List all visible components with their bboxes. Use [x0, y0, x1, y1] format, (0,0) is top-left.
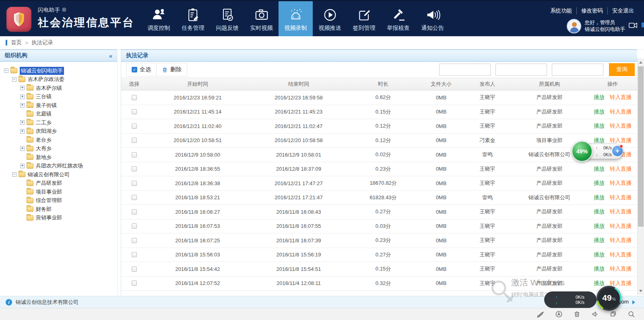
tree-node[interactable]: 综合管理部 [16, 196, 117, 205]
row-checkbox[interactable] [132, 238, 137, 243]
tree-node[interactable]: 项目事业部 [16, 188, 117, 196]
to-live-link[interactable]: 转入直播 [610, 265, 632, 273]
play-link[interactable]: 播放 [594, 122, 605, 130]
tree-node[interactable]: 财务部 [16, 205, 117, 214]
row-checkbox[interactable] [132, 95, 137, 100]
row-checkbox[interactable] [132, 223, 137, 229]
delete-button[interactable]: 删除 [156, 63, 187, 76]
nav-checkin-manage[interactable]: 签到管理 [347, 1, 381, 37]
nav-issue-feedback[interactable]: 问题反馈 [210, 1, 244, 37]
to-live-link[interactable]: 转入直播 [610, 165, 632, 173]
corner-speed-pill[interactable]: ↑0K/s ↓0K/s [544, 291, 597, 308]
filter-input-3[interactable] [552, 64, 603, 76]
to-live-link[interactable]: 转入直播 [610, 208, 632, 215]
tree-node-label[interactable]: 营销事业部 [36, 214, 62, 221]
tree-node[interactable]: 产品研发部 [16, 179, 117, 188]
nav-report-verify[interactable]: 举报核查 [381, 1, 415, 37]
tree-expander-icon[interactable] [12, 172, 17, 177]
to-live-link[interactable]: 转入直播 [610, 108, 632, 116]
query-button[interactable]: 查询 [609, 63, 635, 76]
site-link[interactable]: incit.com [607, 299, 629, 305]
avatar[interactable] [567, 19, 581, 33]
to-live-link[interactable]: 转入直播 [610, 251, 632, 258]
play-link[interactable]: 播放 [594, 194, 605, 201]
tree-node[interactable]: 二工乡 [16, 118, 117, 127]
tree-expander-icon[interactable] [20, 164, 25, 168]
tree-node[interactable]: 吉木萨尔政法委 [8, 75, 117, 84]
to-live-link[interactable]: 转入直播 [610, 223, 632, 230]
nav-video-record[interactable]: 视频录制 [279, 1, 313, 37]
play-link[interactable]: 播放 [594, 280, 605, 287]
tree-node-label[interactable]: 产品研发部 [36, 180, 62, 187]
tree-node[interactable]: 营销事业部 [16, 214, 117, 223]
tree-node[interactable]: 吉木萨尔镇 [16, 84, 117, 93]
tree-node-label[interactable]: 三台镇 [36, 93, 52, 100]
row-checkbox[interactable] [132, 138, 137, 143]
video-camera-icon[interactable] [629, 22, 638, 30]
nav-realtime-video[interactable]: 实时视频 [244, 1, 279, 37]
to-live-link[interactable]: 转入直播 [610, 122, 632, 130]
breadcrumb-home[interactable]: 首页 [11, 39, 22, 46]
compass-accelerate-icon[interactable] [555, 310, 563, 318]
tree-node-label[interactable]: 大有乡 [36, 145, 52, 152]
select-all-button[interactable]: ✓ 全选 [126, 63, 157, 76]
filter-input-2[interactable] [495, 64, 547, 76]
to-live-link[interactable]: 转入直播 [610, 180, 632, 187]
tree-node-label[interactable]: 财务部 [36, 206, 52, 213]
tree-node[interactable]: 泉子街镇 [16, 101, 117, 110]
to-live-link[interactable]: 转入直播 [610, 94, 632, 101]
site-expand-icon[interactable] [632, 300, 635, 304]
nav-notice[interactable]: 通知公告 [415, 1, 450, 37]
tree-node-label[interactable]: 锦诚云创闪电助手 [20, 67, 64, 75]
row-checkbox[interactable] [132, 109, 137, 114]
play-link[interactable]: 播放 [594, 108, 605, 116]
tree-expander-icon[interactable] [20, 147, 25, 151]
tree-node[interactable]: 兵团农六师红旗农场 [16, 162, 117, 171]
play-link[interactable]: 播放 [594, 237, 605, 244]
tree-expander-icon[interactable] [20, 129, 25, 134]
row-checkbox[interactable] [132, 209, 137, 215]
tree-node[interactable]: 老台乡 [16, 136, 117, 145]
restore-window-icon[interactable] [609, 310, 617, 318]
tree-expander-icon[interactable] [4, 68, 8, 73]
tree-node[interactable]: 锦诚云创有限公司 [8, 170, 117, 179]
play-link[interactable]: 播放 [594, 251, 605, 258]
to-live-link[interactable]: 转入直播 [610, 280, 632, 287]
play-link[interactable]: 播放 [594, 265, 605, 273]
tree-node[interactable]: 锦诚云创闪电助手 [0, 66, 117, 75]
collapse-panel-icon[interactable]: « [109, 52, 112, 59]
play-link[interactable]: 播放 [594, 94, 605, 101]
tree-expander-icon[interactable] [20, 86, 25, 90]
scrollbar-thumb[interactable] [638, 66, 644, 227]
tree-node-label[interactable]: 二工乡 [36, 119, 52, 126]
tree-node[interactable]: 新地乡 [16, 153, 117, 162]
tree-node-label[interactable]: 吉木萨尔镇 [36, 85, 62, 92]
row-checkbox[interactable] [132, 166, 137, 171]
tree-node-label[interactable]: 综合管理部 [36, 197, 62, 204]
tree-expander-icon[interactable] [20, 103, 25, 107]
tree-node-label[interactable]: 泉子街镇 [36, 102, 57, 109]
row-checkbox[interactable] [132, 195, 137, 200]
nav-video-push[interactable]: 视频推送 [313, 1, 347, 37]
play-link[interactable]: 播放 [594, 165, 605, 173]
row-checkbox[interactable] [132, 124, 137, 129]
tree-node-label[interactable]: 老台乡 [36, 136, 52, 144]
speaker-icon[interactable] [591, 310, 599, 318]
search-zoom-icon[interactable] [627, 310, 635, 318]
play-link[interactable]: 播放 [594, 180, 605, 187]
trash-icon[interactable] [573, 310, 581, 318]
tree-node[interactable]: 庆阳湖乡 [16, 127, 117, 136]
tree-node[interactable]: 北庭镇 [16, 110, 117, 119]
corner-percent-badge[interactable]: 49 % [597, 286, 621, 311]
filter-input-1[interactable] [439, 64, 491, 76]
tree-node-label[interactable]: 吉木萨尔政法委 [28, 76, 64, 83]
tree-node-label[interactable]: 北庭镇 [36, 110, 52, 118]
play-link[interactable]: 播放 [594, 223, 605, 230]
tree-node-label[interactable]: 新地乡 [36, 154, 52, 161]
scroll-down-icon[interactable] [638, 288, 644, 294]
row-checkbox[interactable] [132, 252, 137, 257]
tree-node-label[interactable]: 兵团农六师红旗农场 [36, 162, 83, 169]
row-checkbox[interactable] [132, 152, 137, 157]
row-checkbox[interactable] [132, 281, 137, 286]
tree-expander-icon[interactable] [20, 120, 25, 125]
